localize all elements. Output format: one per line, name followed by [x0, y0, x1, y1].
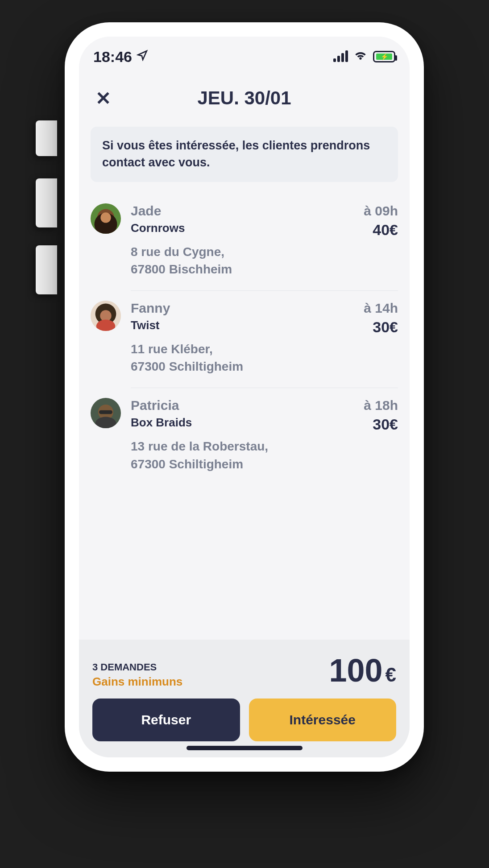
phone-side-button: [36, 178, 57, 227]
service-name: Twist: [131, 318, 160, 332]
svg-rect-10: [99, 410, 112, 414]
client-name: Jade: [131, 203, 161, 219]
total-currency: €: [385, 664, 396, 686]
info-text: Si vous êtes intéressée, les clientes pr…: [102, 139, 370, 169]
total-value: 100: [329, 652, 382, 689]
appointment-time: à 18h: [364, 398, 398, 413]
wifi-icon: [353, 48, 368, 66]
svg-point-3: [100, 212, 111, 223]
footer-summary: 3 DEMANDES Gains minimuns: [92, 661, 182, 689]
address: 8 rue du Cygne, 67800 Bischheim: [131, 243, 398, 278]
home-indicator[interactable]: [186, 746, 303, 750]
client-name: Patricia: [131, 398, 179, 413]
phone-side-button: [36, 245, 57, 294]
address-line-2: 67300 Schiltigheim: [131, 358, 398, 375]
phone-frame: 18:46 ⚡ ✕ JEU. 30/01: [65, 22, 424, 772]
footer: 3 DEMANDES Gains minimuns 100 € Refuser …: [79, 640, 410, 757]
service-name: Box Braids: [131, 416, 192, 430]
list-item-main: Fanny à 14h Twist 30€ 11 rue Kléber, 673…: [131, 301, 398, 375]
address-line-2: 67300 Schiltigheim: [131, 455, 398, 473]
address-line-1: 13 rue de la Roberstau,: [131, 438, 398, 455]
appointment-time: à 14h: [364, 301, 398, 316]
avatar: [91, 203, 121, 234]
interested-button[interactable]: Intéressée: [249, 699, 397, 741]
price: 40€: [373, 221, 398, 239]
client-name: Fanny: [131, 301, 170, 316]
status-left: 18:46: [93, 48, 148, 66]
refuse-button[interactable]: Refuser: [92, 699, 240, 741]
price: 30€: [373, 318, 398, 336]
address: 11 rue Kléber, 67300 Schiltigheim: [131, 340, 398, 375]
interested-button-label: Intéressée: [290, 712, 356, 727]
gains-label: Gains minimuns: [92, 675, 182, 689]
service-name: Cornrows: [131, 221, 185, 235]
total-amount: 100 €: [329, 652, 396, 689]
signal-icon: [333, 51, 348, 62]
list-item[interactable]: Jade à 09h Cornrows 40€ 8 rue du Cygne, …: [91, 194, 398, 290]
request-list: Jade à 09h Cornrows 40€ 8 rue du Cygne, …: [79, 182, 410, 485]
avatar: [91, 301, 121, 331]
appointment-time: à 09h: [364, 203, 398, 219]
refuse-button-label: Refuser: [141, 712, 191, 727]
battery-icon: ⚡: [373, 51, 395, 62]
address: 13 rue de la Roberstau, 67300 Schiltighe…: [131, 438, 398, 472]
close-icon: ✕: [95, 87, 111, 109]
screen: 18:46 ⚡ ✕ JEU. 30/01: [79, 37, 410, 757]
header: ✕ JEU. 30/01: [79, 68, 410, 127]
address-line-1: 11 rue Kléber,: [131, 340, 398, 358]
address-line-2: 67800 Bischheim: [131, 260, 398, 278]
info-box: Si vous êtes intéressée, les clientes pr…: [91, 127, 398, 182]
price: 30€: [373, 416, 398, 433]
status-bar: 18:46 ⚡: [79, 37, 410, 68]
list-item-main: Patricia à 18h Box Braids 30€ 13 rue de …: [131, 398, 398, 472]
phone-side-button: [36, 120, 57, 156]
status-right: ⚡: [333, 48, 395, 66]
avatar: [91, 398, 121, 428]
page-title: JEU. 30/01: [92, 87, 396, 109]
list-item[interactable]: Fanny à 14h Twist 30€ 11 rue Kléber, 673…: [131, 290, 398, 388]
close-button[interactable]: ✕: [92, 87, 114, 109]
list-item[interactable]: Patricia à 18h Box Braids 30€ 13 rue de …: [131, 388, 398, 485]
list-item-main: Jade à 09h Cornrows 40€ 8 rue du Cygne, …: [131, 203, 398, 278]
request-count: 3 DEMANDES: [92, 661, 182, 673]
address-line-1: 8 rue du Cygne,: [131, 243, 398, 260]
location-icon: [137, 49, 148, 64]
status-time: 18:46: [93, 48, 132, 66]
